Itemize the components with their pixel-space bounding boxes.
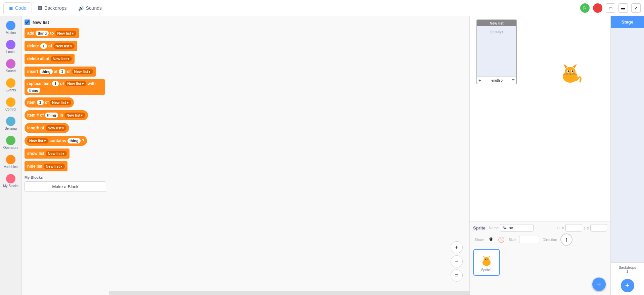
add-thing-input[interactable]: thing	[36, 31, 49, 36]
list-widget-footer: + length 0 =	[477, 77, 516, 84]
tab-backdrops[interactable]: 🖼 Backdrops	[32, 2, 72, 13]
x-label: x	[562, 226, 564, 230]
contains-thing-input[interactable]: thing	[67, 138, 81, 143]
delete-list-dropdown[interactable]: New list	[53, 43, 75, 49]
category-control[interactable]: Control	[1, 95, 20, 113]
control-dot	[6, 97, 15, 107]
stage-button[interactable]: Stage	[611, 16, 644, 28]
category-operators[interactable]: Operators	[1, 134, 20, 152]
red-stop-button[interactable]	[593, 3, 602, 13]
item-num-input[interactable]: 1	[37, 100, 44, 105]
y-input[interactable]	[590, 224, 607, 231]
delete-block[interactable]: delete 1 of New list	[25, 41, 77, 51]
contains-list-dropdown[interactable]: New list	[27, 138, 48, 143]
add-backdrop-button[interactable]: +	[621, 279, 634, 292]
item-block[interactable]: item 1 of New list	[25, 97, 74, 108]
insert-thing-input[interactable]: thing	[40, 69, 53, 74]
itemnum-block-row: item # of thing in New list	[25, 110, 106, 120]
insert-label: insert	[27, 69, 38, 74]
delete-all-block[interactable]: delete all of New list	[25, 54, 75, 64]
insert-num-input[interactable]: 1	[59, 69, 65, 74]
replace-list-dropdown[interactable]: New list	[65, 81, 86, 86]
size-input[interactable]	[519, 236, 539, 243]
itemnum-block[interactable]: item # of thing in New list	[25, 110, 88, 120]
svg-marker-18	[483, 255, 485, 258]
category-looks[interactable]: Looks	[1, 38, 20, 56]
zoom-reset-button[interactable]: =	[451, 269, 463, 282]
tab-sounds[interactable]: 🔊 Sounds	[73, 2, 107, 13]
list-widget-body: (empty)	[477, 26, 516, 77]
insert-block[interactable]: insert thing at 1 of New list	[25, 67, 96, 77]
svg-point-8	[568, 71, 569, 72]
delete-num-input[interactable]: 1	[40, 43, 47, 49]
insert-block-row: insert thing at 1 of New list	[25, 67, 106, 77]
show-hide-controls: 👁 🚫	[487, 236, 505, 244]
contains-block[interactable]: New list contains thing ?	[25, 136, 87, 146]
showlist-label: show list	[27, 151, 44, 156]
showlist-block[interactable]: show list New list	[25, 149, 70, 159]
fullscreen-button[interactable]: ⤢	[631, 3, 641, 13]
variables-dot	[6, 155, 15, 164]
stage-display: New list (empty) + length 0 =	[469, 16, 610, 221]
replace-thing-input[interactable]: thing	[27, 88, 40, 93]
itemnum-list-dropdown[interactable]: New list	[64, 113, 86, 118]
add-block-row: add thing to New list	[25, 28, 106, 38]
add-to-label: to	[50, 31, 54, 36]
small-stage-button[interactable]: ▭	[606, 3, 615, 13]
contains-label: contains	[50, 138, 66, 143]
itemnum-thing-input[interactable]: thing	[45, 113, 58, 118]
delete-all-list-dropdown[interactable]: New list	[51, 56, 72, 61]
sprite-card-cat-icon	[479, 253, 494, 268]
category-myblocks[interactable]: My Blocks	[1, 172, 20, 190]
name-field-group: Name	[489, 224, 553, 231]
looks-dot	[6, 40, 15, 49]
category-variables-label: Variables	[4, 165, 18, 169]
zoom-in-button[interactable]: +	[451, 241, 463, 253]
sensing-dot	[6, 117, 15, 126]
insert-list-dropdown[interactable]: New list	[72, 69, 93, 74]
show-button[interactable]: 👁	[487, 236, 495, 244]
hide-button[interactable]: 🚫	[497, 236, 505, 244]
direction-control[interactable]: ↑	[560, 234, 572, 246]
showlist-dropdown[interactable]: New list	[46, 151, 67, 156]
insert-of-label: of	[67, 69, 71, 74]
list-checkbox[interactable]	[25, 19, 30, 25]
zoom-controls: + − =	[451, 241, 463, 282]
replace-num-input[interactable]: 1	[52, 81, 59, 86]
category-sensing[interactable]: Sensing	[1, 115, 20, 132]
zoom-out-button[interactable]: −	[451, 255, 463, 267]
horizontal-scrollbar[interactable]	[109, 291, 469, 295]
y-label: y	[587, 226, 589, 230]
hidelist-dropdown[interactable]: New list	[44, 164, 65, 169]
backdrops-count: 1	[613, 269, 641, 273]
length-list-dropdown[interactable]: New list	[46, 125, 67, 131]
replace-block[interactable]: replace item 1 of New list with thing	[25, 79, 105, 95]
svg-point-9	[572, 71, 573, 72]
list-length-info: length 0	[491, 79, 503, 82]
insert-at-label: at	[54, 69, 58, 74]
tab-code[interactable]: ◼ Code	[3, 2, 32, 14]
add-block[interactable]: add thing to New list	[25, 28, 79, 38]
category-sound[interactable]: Sound	[1, 57, 20, 75]
sprite-name-input[interactable]	[500, 224, 534, 231]
item-list-dropdown[interactable]: New list	[50, 100, 71, 105]
list-add-button[interactable]: +	[478, 78, 481, 83]
svg-point-17	[484, 257, 490, 262]
add-sprite-button[interactable]: +	[592, 278, 606, 291]
make-block-button[interactable]: Make a Block	[25, 181, 106, 192]
list-resize-button[interactable]: =	[512, 78, 515, 83]
category-variables[interactable]: Variables	[1, 153, 20, 171]
category-motion[interactable]: Motion	[1, 19, 20, 37]
category-events[interactable]: Events	[1, 76, 20, 94]
x-input[interactable]	[565, 224, 582, 231]
backdrops-icon: 🖼	[38, 5, 42, 11]
hidelist-block[interactable]: hide list New list	[25, 161, 67, 171]
length-block[interactable]: length of New list	[25, 123, 69, 133]
add-list-dropdown[interactable]: New list	[55, 31, 77, 36]
sprite-card-1[interactable]: Sprite1	[473, 249, 500, 276]
top-right-controls: 🏳 ▭ ▬ ⤢	[580, 3, 641, 13]
list-empty-text: (empty)	[490, 30, 503, 34]
large-stage-button[interactable]: ▬	[618, 3, 628, 13]
scratch-cat	[557, 60, 584, 91]
green-flag-button[interactable]: 🏳	[580, 3, 590, 13]
